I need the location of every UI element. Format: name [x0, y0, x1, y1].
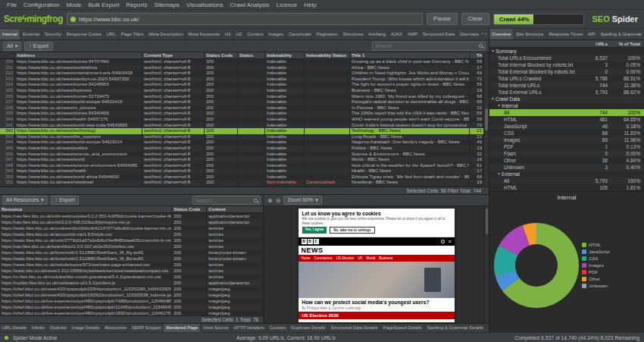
- tab-internal[interactable]: Internal: [0, 29, 20, 39]
- overview-item-total-internal-blocked-by-robots-txt[interactable]: Total Internal Blocked by robots.txt30.0…: [489, 61, 644, 68]
- tab-page-titles[interactable]: Page Titles: [119, 29, 147, 39]
- tab-url[interactable]: URL: [105, 29, 119, 39]
- bottom-tab-rendered-page[interactable]: Rendered Page: [164, 324, 201, 332]
- overview-section-crawl-data[interactable]: ▾Crawl Data: [489, 96, 644, 102]
- tab-h2[interactable]: H2: [234, 29, 245, 39]
- collapse-arrow-icon[interactable]: ▾: [498, 102, 500, 109]
- bottom-tab-serp-snippet[interactable]: SERP Snippet: [130, 324, 164, 332]
- crawl-table-row[interactable]: 336https://www.bbc.co.uk/news/stories-52…: [0, 94, 483, 100]
- column-header-resource[interactable]: Resource: [0, 206, 172, 212]
- resources-table-row[interactable]: https://mybbc.files.bbc.co.uk/notificati…: [0, 280, 263, 286]
- overview-item-all[interactable]: All5,793100%: [489, 177, 644, 184]
- filter-dropdown[interactable]: All▾: [3, 42, 21, 51]
- resources-table-row[interactable]: https://static.files.bbc.co.uk/account/i…: [0, 231, 263, 237]
- url-bar[interactable]: [67, 13, 423, 25]
- overview-item-other[interactable]: Other364.84%: [489, 157, 644, 164]
- menu-configuration[interactable]: Configuration: [20, 2, 63, 8]
- resources-table-row[interactable]: https://static.bbc.co.uk/news/1.312.0356…: [0, 268, 263, 274]
- column-header-tit[interactable]: Tit: [470, 52, 483, 58]
- crawl-table-row[interactable]: 347https://www.bbc.co.uk/news/worldtext/…: [0, 157, 483, 163]
- crawl-table-row[interactable]: 348https://www.bbc.co.uk/news/science-en…: [0, 163, 483, 169]
- zoom-out-icon[interactable]: ⊖: [276, 197, 281, 204]
- url-input[interactable]: [79, 16, 419, 23]
- tab-amp[interactable]: AMP: [405, 29, 420, 39]
- crawl-table-header[interactable]: AddressContent TypeStatus CodeStatusInde…: [0, 52, 483, 59]
- collapse-arrow-icon[interactable]: ▾: [492, 48, 494, 55]
- resources-search-box[interactable]: [192, 196, 261, 205]
- overview-item-javascript[interactable]: JavaScript466.18%: [489, 123, 644, 130]
- tab-sitemaps[interactable]: Sitemaps: [458, 29, 479, 39]
- column-header-status-code[interactable]: Status Code: [172, 206, 207, 212]
- crawl-table-row[interactable]: 342https://www.bbc.co.uk/news/technology…: [0, 128, 483, 134]
- resources-table-row[interactable]: https://ichef.bbci.co.uk/live-experience…: [0, 298, 263, 304]
- tab-structured-data[interactable]: Structured Data: [420, 29, 458, 39]
- sidebar-tab-api[interactable]: API: [586, 29, 599, 39]
- scrollbar-thumb[interactable]: [485, 108, 488, 130]
- resources-table-row[interactable]: https://static.files.bbc.co.uk/fonts/rei…: [0, 249, 263, 256]
- crawl-table-row[interactable]: 338https://www.bbc.co.uk/news/in_picture…: [0, 105, 483, 111]
- overview-item-total-external-blocked-by-robots-txt[interactable]: Total External Blocked by robots.txt00.0…: [489, 68, 644, 75]
- bottom-tab-duplicate-details[interactable]: Duplicate Details: [289, 324, 328, 332]
- overview-item-pdf[interactable]: PDF10.13%: [489, 143, 644, 150]
- overview-item-unknown[interactable]: Unknown30.40%: [489, 164, 644, 171]
- bottom-tab-spelling-grammar-details[interactable]: Spelling & Grammar Details: [425, 324, 486, 332]
- resources-table-row[interactable]: https://news.files.bbc.co.uk/include/top…: [0, 262, 263, 268]
- crawl-table-row[interactable]: 349https://www.bbc.co.uk/news/healthtext…: [0, 168, 483, 174]
- crawl-table-row[interactable]: 330https://www.bbc.co.uk/news/stories-54…: [0, 59, 483, 65]
- tab-images[interactable]: Images: [266, 29, 286, 39]
- bottom-tab-http-headers[interactable]: HTTP Headers: [232, 324, 267, 332]
- bottom-tab-url-details[interactable]: URL Details: [0, 324, 30, 332]
- tab-h1[interactable]: H1: [223, 29, 234, 39]
- column-header-content-type[interactable]: Content Type: [142, 52, 205, 58]
- tab-external[interactable]: External: [20, 29, 42, 39]
- render-scrollbar[interactable]: [484, 206, 489, 323]
- resources-table-row[interactable]: https://static.files.bbc.co.uk/fonts/rei…: [0, 256, 263, 262]
- scrollbar-thumb[interactable]: [486, 209, 488, 234]
- resources-table-row[interactable]: https://static.files.bbc.co.uk/cookies/d…: [0, 225, 263, 231]
- overview-item-total-urls-encountered[interactable]: Total URLs Encountered6,537100%: [489, 55, 644, 61]
- zoom-in-icon[interactable]: ⊕: [267, 197, 273, 204]
- resources-table-row[interactable]: https://ichef.bbci.co.uk/live-experience…: [0, 310, 263, 315]
- crawl-table-row[interactable]: 333https://www.bbc.co.uk/news/election-u…: [0, 77, 483, 83]
- resources-search-input[interactable]: [195, 198, 252, 203]
- column-header-indexability[interactable]: Indexability: [265, 52, 305, 58]
- search-box[interactable]: [372, 42, 486, 51]
- overview-item-all[interactable]: All744100%: [489, 109, 644, 116]
- resources-table-row[interactable]: https://ichef.bbci.co.uk/news/420/cpspro…: [0, 286, 263, 292]
- bottom-tab-outlinks[interactable]: Outlinks: [48, 324, 70, 332]
- crawl-table-row[interactable]: 346https://www.bbc.co.uk/news/science_an…: [0, 152, 483, 158]
- resources-table-row[interactable]: https://ichef.bbci.co.uk/news/420/cpspro…: [0, 292, 263, 298]
- overview-item-html[interactable]: HTML1051.81%: [489, 184, 644, 191]
- resources-table-row[interactable]: https://m.files.bbc.co.uk/modules/bbc-mo…: [0, 274, 263, 280]
- overview-section-summary[interactable]: ▾Summary: [489, 48, 644, 55]
- tab-content[interactable]: Content: [245, 29, 266, 39]
- resources-export-button[interactable]: ↑Export: [51, 196, 80, 205]
- overview-item-html[interactable]: HTML48164.65%: [489, 116, 644, 123]
- overview-item-total-internal-urls[interactable]: Total Internal URLs74411.38%: [489, 82, 644, 89]
- crawl-table-row[interactable]: 340https://www.bbc.co.uk/news/health-549…: [0, 117, 483, 123]
- crawl-table-row[interactable]: 334https://www.bbc.co.uk/news/stories-54…: [0, 82, 483, 88]
- resources-table-row[interactable]: https://nav.files.bbc.co.uk/orbit-webmod…: [0, 213, 263, 219]
- column-header-content[interactable]: Content: [207, 206, 263, 212]
- bottom-tab-image-details[interactable]: Image Details: [70, 324, 103, 332]
- resources-table-row[interactable]: https://nav.files.bbc.co.uk/searchbox/1.…: [0, 243, 263, 249]
- menu-help[interactable]: Help: [301, 2, 319, 8]
- overview-section-external[interactable]: ▾External: [489, 171, 644, 177]
- overview-item-images[interactable]: Images8911.96%: [489, 136, 644, 143]
- crawl-table-row[interactable]: 339https://www.bbc.co.uk/news/stories-54…: [0, 111, 483, 117]
- export-button[interactable]: ↑Export: [24, 42, 53, 51]
- sidebar-tab-spelling-grammar[interactable]: Spelling & Grammar: [599, 29, 644, 39]
- bottom-tab-inlinks[interactable]: Inlinks: [30, 324, 48, 332]
- overview-section-internal[interactable]: ▾Internal: [489, 102, 644, 109]
- tab-meta-description[interactable]: Meta Description: [146, 29, 186, 39]
- menu-sitemaps[interactable]: Sitemaps: [151, 2, 182, 8]
- bottom-tab-cookies[interactable]: Cookies: [267, 324, 289, 332]
- crawl-table-row[interactable]: 345https://www.bbc.co.uk/news/politicste…: [0, 146, 483, 152]
- resources-table-row[interactable]: https://static.files.bbc.co.uk/orbit/277…: [0, 237, 263, 243]
- overview-item-total-urls-crawled[interactable]: Total URLs Crawled5,78688.51%: [489, 75, 644, 82]
- menu-licence[interactable]: Licence: [274, 2, 301, 8]
- crawl-table-row[interactable]: 337https://www.bbc.co.uk/news/world-euro…: [0, 99, 483, 105]
- bottom-tab-pagespeed-details[interactable]: PageSpeed Details: [380, 324, 424, 332]
- tab-ajax[interactable]: AJAX: [389, 29, 405, 39]
- column-header-status-code[interactable]: Status Code: [205, 52, 238, 58]
